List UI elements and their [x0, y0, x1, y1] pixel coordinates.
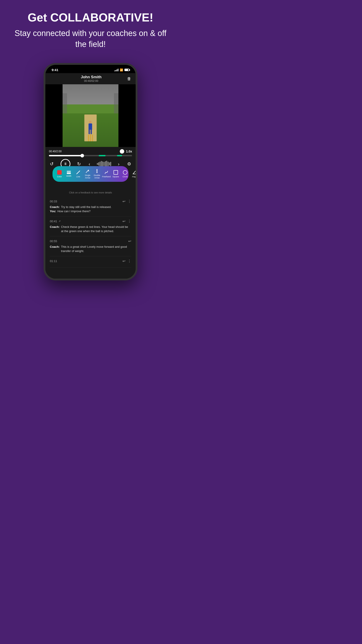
chat-timestamp-3: 00:55 [50, 240, 57, 243]
video-duration: 00:40/02:00 [81, 80, 102, 82]
single-arrow-icon [85, 169, 90, 173]
chat-timestamp-1: 00:33 [50, 200, 57, 203]
reply-icon-4[interactable]: ↩ [122, 259, 125, 263]
status-bar: 9:41 📶 [45, 65, 136, 73]
circle-icon [123, 170, 127, 175]
player-figure [88, 121, 92, 134]
annotation-indicator-2: ↗ [58, 220, 60, 223]
line-icon [76, 170, 80, 175]
speed-text: 1.0x [126, 150, 132, 153]
chat-line-1-coach: Coach: Try to stay still until the ball … [50, 205, 131, 209]
tool-single-arrow[interactable]: Single Arrow [83, 169, 92, 179]
chat-timestamp-2: 00:41 [50, 220, 57, 223]
phone-shell: 9:41 📶 John Smith 00:40/02:00 [43, 63, 137, 280]
tool-color-label: Color [57, 176, 62, 178]
tool-single-arrow-label: Single Arrow [83, 174, 92, 179]
chat-line-2-coach: Coach: Check these green & red lines. Yo… [50, 225, 131, 234]
freehand-icon [104, 170, 109, 175]
speed-dot[interactable] [120, 149, 124, 154]
wifi-icon: 📶 [120, 68, 123, 72]
tool-freehand[interactable]: Freehand [102, 170, 111, 178]
tool-double-arrow-label: Double Arrow [92, 174, 102, 179]
color-icon [57, 170, 62, 175]
tool-width[interactable]: Width [64, 171, 73, 177]
chat-line-3-coach: Coach: This is a great shot! Lovely move… [50, 245, 131, 253]
progress-bar[interactable] [49, 155, 132, 156]
width-icon [67, 171, 71, 174]
video-frame [62, 84, 118, 147]
battery-icon [124, 69, 129, 71]
tool-double-arrow[interactable]: Double Arrow [92, 169, 102, 179]
stumps [88, 134, 93, 141]
tool-width-label: Width [66, 175, 71, 177]
svg-marker-5 [96, 172, 98, 173]
phone-bottom-bar [45, 272, 136, 278]
chat-entry-2[interactable]: 00:41 ↗ ↩ ⋮ Coach: Check these green & r… [50, 216, 131, 236]
tool-square-label: Square [112, 176, 119, 178]
chat-entry-1[interactable]: 00:33 ↩ ⋮ Coach: Try to stay still until… [50, 196, 131, 216]
signal-icon [114, 69, 118, 71]
reply-icon-2[interactable]: ↩ [122, 219, 125, 224]
tool-square[interactable]: Square [111, 170, 120, 178]
drawing-toolbar: Color Width Line [52, 166, 128, 182]
tool-circle-label: Circle [122, 176, 128, 178]
reply-icon-1[interactable]: ↩ [122, 199, 125, 204]
tool-circle[interactable]: Circle [120, 170, 130, 178]
hero-title: Get COLLABORATIVE! [9, 11, 172, 24]
svg-marker-4 [96, 169, 98, 170]
video-player[interactable] [45, 84, 136, 147]
chat-line-1-you: You: How can I improve there? [50, 209, 131, 214]
trash-icon[interactable]: 🗑 [127, 76, 131, 81]
chat-section: Click on a feedback to see more details … [45, 188, 136, 272]
chat-entry-4[interactable]: 01:11 ↩ ⋮ [50, 256, 131, 268]
tool-angle[interactable]: Angle [130, 170, 137, 178]
status-time: 9:41 [52, 68, 58, 72]
settings-button[interactable]: ⚙ [126, 160, 132, 168]
reply-icon-3[interactable]: ↩ [128, 239, 131, 243]
tool-angle-label: Angle [132, 176, 137, 178]
phone-mockup: 9:41 📶 John Smith 00:40/02:00 [43, 63, 137, 280]
tool-freehand-label: Freehand [102, 176, 111, 178]
more-icon-2[interactable]: ⋮ [128, 219, 131, 224]
video-header: John Smith 00:40/02:00 🗑 [45, 73, 136, 84]
toolbar-container: Color Width Line [45, 166, 136, 188]
tool-line[interactable]: Line [73, 170, 83, 178]
video-title: John Smith [81, 75, 102, 80]
more-icon-4[interactable]: ⋮ [128, 259, 131, 263]
svg-line-0 [77, 171, 80, 174]
chat-hint: Click on a feedback to see more details [50, 188, 131, 196]
double-arrow-icon [95, 169, 99, 173]
rewind-button[interactable]: ↺ [49, 160, 54, 168]
hero-subtitle: Stay connected with your coaches on & of… [9, 28, 172, 50]
tool-color[interactable]: Color [55, 170, 64, 178]
status-icons: 📶 [114, 68, 129, 72]
angle-icon [132, 170, 137, 175]
tool-line-label: Line [76, 176, 80, 178]
square-icon [113, 170, 118, 175]
chat-entry-3[interactable]: 00:55 ↩ Coach: This is a great shot! Lov… [50, 236, 131, 256]
svg-marker-2 [88, 170, 89, 172]
playback-time: 00:40/2:00 [49, 150, 62, 153]
chat-timestamp-4: 01:11 [50, 260, 57, 263]
more-icon-1[interactable]: ⋮ [128, 199, 131, 204]
notch [76, 65, 105, 72]
hero-section: Get COLLABORATIVE! Stay connected with y… [0, 0, 181, 56]
svg-line-7 [133, 171, 135, 174]
